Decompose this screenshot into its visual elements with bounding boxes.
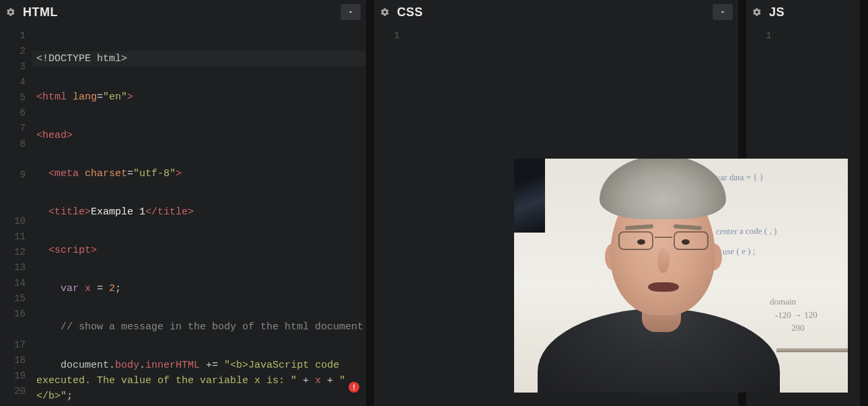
code-line[interactable]: // show a message in the body of the htm…	[32, 319, 366, 335]
code-line[interactable]: <script>	[32, 243, 366, 258]
code-line[interactable]: document.body.innerHTML += "<b>JavaScrip…	[32, 358, 366, 404]
chevron-down-icon	[719, 8, 727, 16]
css-gutter: 1	[374, 24, 406, 406]
line-number: 2	[0, 44, 32, 59]
line-number: 1	[374, 28, 406, 44]
line-number: 11	[0, 229, 32, 245]
html-panel-title: HTML	[23, 5, 58, 19]
line-number: 9	[0, 167, 32, 214]
line-number: 1	[746, 28, 779, 44]
html-editor[interactable]: 1 2 3 4 5 6 7 8 9 10 11 12 13 14 15 16 1…	[0, 24, 366, 406]
chevron-down-icon	[347, 8, 355, 16]
code-line[interactable]	[406, 51, 738, 67]
css-panel-header: CSS	[374, 0, 738, 24]
line-number: 15	[0, 291, 32, 307]
html-panel-dropdown[interactable]	[340, 4, 361, 20]
code-line[interactable]: <title>Example 1</title>	[32, 204, 366, 220]
line-number: 5	[0, 90, 32, 106]
line-number: 4	[0, 75, 32, 90]
html-gutter: 1 2 3 4 5 6 7 8 9 10 11 12 13 14 15 16 1…	[0, 24, 32, 406]
line-number: 14	[0, 276, 32, 291]
line-number: 10	[0, 214, 32, 229]
gear-icon[interactable]	[752, 7, 762, 17]
code-line[interactable]	[779, 51, 860, 67]
code-line[interactable]: <!DOCTYPE html>	[32, 51, 366, 67]
js-panel-title: JS	[769, 5, 785, 19]
whiteboard-text: -120 → 120	[775, 310, 818, 321]
line-number: 12	[0, 245, 32, 260]
presenter-figure	[538, 164, 780, 393]
line-number: 6	[0, 106, 32, 121]
webcam-overlay: var data = { } center a code ( , ) use (…	[514, 159, 848, 393]
line-number: 17	[0, 337, 32, 353]
line-number: 1	[0, 28, 32, 44]
html-code-area[interactable]: <!DOCTYPE html> <html lang="en"> <head> …	[32, 24, 366, 406]
line-number: 18	[0, 353, 32, 368]
line-number: 8	[0, 136, 32, 167]
js-panel-header: JS	[746, 0, 860, 24]
html-panel-header: HTML	[0, 0, 366, 24]
css-panel-title: CSS	[397, 5, 423, 19]
whiteboard-shelf	[776, 348, 848, 352]
line-number: 13	[0, 260, 32, 276]
html-panel: HTML 1 2 3 4 5 6 7 8 9 10 11 12 13 14 15…	[0, 0, 374, 406]
line-number: 16	[0, 307, 32, 337]
css-panel-dropdown[interactable]	[713, 4, 733, 20]
code-line[interactable]: <head>	[32, 128, 366, 143]
line-number: 3	[0, 59, 32, 75]
error-badge-icon[interactable]: !	[349, 382, 359, 393]
gear-icon[interactable]	[5, 7, 16, 17]
gear-icon[interactable]	[379, 7, 390, 17]
code-line[interactable]: <html lang="en">	[32, 89, 366, 105]
code-line[interactable]: var x = 2;	[32, 281, 366, 296]
code-line[interactable]: <meta charset="utf-8">	[32, 166, 366, 181]
line-number: 19	[0, 368, 32, 384]
whiteboard-text: 200	[791, 323, 805, 333]
line-number: 7	[0, 121, 32, 136]
line-number: 20	[0, 384, 32, 399]
